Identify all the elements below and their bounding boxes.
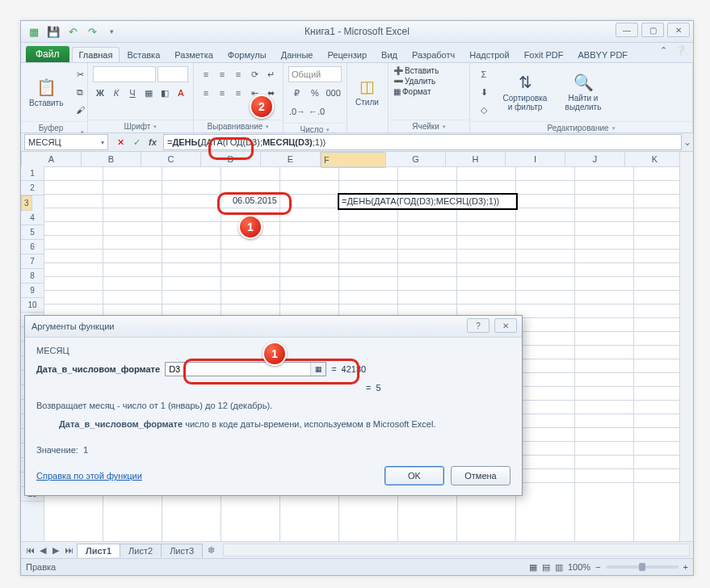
row-header[interactable]: 9 — [21, 284, 44, 298]
tab-home[interactable]: Главная — [72, 47, 120, 62]
styles-button[interactable]: ◫ Стили — [352, 75, 382, 108]
tab-addins[interactable]: Надстрой — [462, 47, 516, 62]
dialog-titlebar[interactable]: Аргументы функции ? ✕ — [25, 316, 522, 338]
zoom-slider[interactable] — [606, 565, 678, 569]
enter-formula-icon[interactable]: ✓ — [129, 135, 144, 149]
zoom-in-icon[interactable]: + — [683, 562, 688, 572]
align-bottom-icon[interactable]: ≡ — [231, 66, 246, 82]
delete-cells-button[interactable]: ➖Удалить — [393, 77, 464, 86]
view-normal-icon[interactable]: ▦ — [529, 562, 537, 573]
fill-icon[interactable]: ⬇ — [475, 84, 493, 100]
column-header[interactable]: C — [141, 152, 201, 166]
decrease-decimal-icon[interactable]: ←.0 — [308, 103, 326, 120]
close-button[interactable]: ✕ — [667, 23, 690, 37]
font-color-button[interactable]: A — [174, 85, 188, 101]
tab-abbyy[interactable]: ABBYY PDF — [571, 47, 636, 62]
column-header[interactable]: A — [22, 152, 82, 166]
last-sheet-icon[interactable]: ⏭ — [63, 545, 74, 556]
minimize-button[interactable]: — — [615, 23, 638, 37]
sheet-tab-1[interactable]: Лист1 — [77, 544, 120, 557]
undo-icon[interactable]: ↶ — [66, 25, 79, 38]
redo-icon[interactable]: ↷ — [86, 25, 99, 38]
help-icon[interactable]: ❔ — [675, 45, 687, 56]
copy-icon[interactable]: ⧉ — [71, 84, 89, 100]
dialog-help-link[interactable]: Справка по этой функции — [36, 471, 142, 481]
format-painter-icon[interactable]: 🖌 — [71, 102, 89, 118]
row-header[interactable]: 2 — [21, 181, 44, 195]
tab-developer[interactable]: Разработч — [405, 47, 462, 62]
bold-button[interactable]: Ж — [93, 85, 107, 101]
row-header[interactable]: 1 — [21, 166, 44, 181]
align-right-icon[interactable]: ≡ — [231, 85, 246, 101]
row-header[interactable]: 7 — [21, 254, 44, 269]
paste-button[interactable]: 📋 Вставить — [26, 76, 66, 109]
tab-review[interactable]: Рецензир — [320, 47, 374, 62]
view-layout-icon[interactable]: ▤ — [542, 562, 550, 573]
fx-icon[interactable]: fx — [145, 135, 160, 149]
minimize-ribbon-icon[interactable]: ⌃ — [660, 45, 667, 56]
border-button[interactable]: ▦ — [141, 85, 156, 101]
sheet-tab-3[interactable]: Лист3 — [161, 544, 203, 557]
fill-color-button[interactable]: ◧ — [158, 85, 172, 101]
align-left-icon[interactable]: ≡ — [199, 85, 213, 101]
vertical-scrollbar[interactable] — [679, 152, 693, 541]
cancel-button[interactable]: Отмена — [451, 466, 510, 485]
expand-formula-icon[interactable]: ⌄ — [682, 136, 693, 148]
cell-D3[interactable]: 06.05.2015 — [221, 194, 279, 208]
tab-view[interactable]: Вид — [374, 47, 405, 62]
row-header[interactable]: 5 — [21, 225, 44, 240]
percent-icon[interactable]: % — [307, 85, 324, 101]
sheet-tab-2[interactable]: Лист2 — [120, 544, 162, 557]
save-icon[interactable]: 💾 — [47, 25, 60, 38]
ok-button[interactable]: OK — [384, 466, 444, 485]
italic-button[interactable]: К — [109, 85, 124, 101]
row-header[interactable]: 6 — [21, 240, 44, 254]
row-header[interactable]: 8 — [21, 269, 44, 284]
underline-button[interactable]: Ч — [125, 85, 140, 101]
first-sheet-icon[interactable]: ⏮ — [24, 545, 36, 556]
row-header[interactable]: 4 — [21, 211, 44, 225]
orientation-icon[interactable]: ⟳ — [247, 66, 262, 82]
tab-foxit[interactable]: Foxit PDF — [517, 47, 571, 62]
column-header[interactable]: D — [201, 152, 261, 166]
number-format-select[interactable]: Общий — [288, 66, 342, 82]
dialog-close-icon[interactable]: ✕ — [494, 318, 517, 333]
column-header[interactable]: H — [446, 152, 506, 166]
maximize-button[interactable]: ▢ — [641, 23, 664, 37]
row-header[interactable]: 3 — [21, 195, 32, 211]
sum-icon[interactable]: Σ — [475, 66, 493, 82]
cell-F3[interactable]: =ДЕНЬ(ДАТА(ГОД(D3);МЕСЯЦ(D3);1)) — [338, 193, 518, 210]
column-header[interactable]: E — [261, 152, 321, 166]
new-sheet-icon[interactable]: ✽ — [203, 545, 220, 556]
wrap-text-icon[interactable]: ↵ — [263, 66, 278, 82]
sort-filter-button[interactable]: ⇅ Сортировка и фильтр — [498, 71, 552, 113]
tab-layout[interactable]: Разметка — [167, 47, 221, 62]
horizontal-scrollbar[interactable] — [223, 544, 690, 556]
align-top-icon[interactable]: ≡ — [199, 66, 213, 82]
dialog-help-icon[interactable]: ? — [467, 318, 489, 333]
prev-sheet-icon[interactable]: ◀ — [37, 545, 48, 556]
comma-icon[interactable]: 000 — [325, 85, 342, 101]
indent-dec-icon[interactable]: ⇤ — [247, 85, 262, 101]
clear-icon[interactable]: ◇ — [475, 102, 493, 118]
collapse-dialog-icon[interactable]: ▦ — [310, 363, 326, 376]
name-box[interactable]: МЕСЯЦ — [24, 134, 108, 150]
dialog-arg-input[interactable] — [165, 362, 326, 376]
qat-dropdown-icon[interactable]: ▾ — [105, 25, 118, 38]
column-header[interactable]: F — [321, 152, 386, 168]
format-cells-button[interactable]: ▦Формат — [393, 87, 464, 96]
formula-input[interactable]: =ДЕНЬ(ДАТА(ГОД(D3);МЕСЯЦ(D3);1)) — [163, 134, 682, 150]
next-sheet-icon[interactable]: ▶ — [50, 545, 61, 556]
tab-data[interactable]: Данные — [274, 47, 321, 62]
file-tab[interactable]: Файл — [26, 46, 69, 62]
align-center-icon[interactable]: ≡ — [215, 85, 229, 101]
cancel-formula-icon[interactable]: ✕ — [113, 135, 128, 149]
column-header[interactable]: B — [82, 152, 141, 166]
tab-formulas[interactable]: Формулы — [221, 47, 274, 62]
currency-icon[interactable]: ₽ — [288, 85, 305, 101]
zoom-level[interactable]: 100% — [568, 562, 590, 572]
tab-insert[interactable]: Вставка — [120, 47, 167, 62]
column-header[interactable]: G — [386, 152, 446, 166]
column-header[interactable]: I — [506, 152, 565, 166]
row-header[interactable]: 10 — [21, 298, 44, 313]
